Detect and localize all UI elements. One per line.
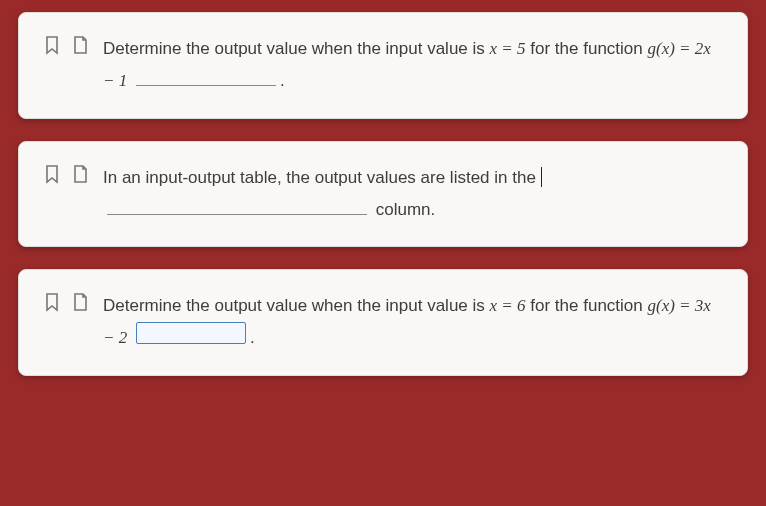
text-tail: . [280, 71, 285, 90]
math-expression: x = 6 [490, 296, 526, 315]
bookmark-icon[interactable] [43, 164, 61, 189]
bookmark-icon[interactable] [43, 35, 61, 60]
question-card: In an input-output table, the output val… [18, 141, 748, 248]
answer-blank[interactable] [136, 68, 276, 87]
question-card: Determine the output value when the inpu… [18, 12, 748, 119]
card-icons [43, 33, 89, 60]
text-part: Determine the output value when the inpu… [103, 296, 490, 315]
text-cursor [541, 167, 542, 187]
math-expression: x = 5 [490, 39, 526, 58]
answer-blank[interactable] [136, 322, 246, 343]
question-card: Determine the output value when the inpu… [18, 269, 748, 376]
note-icon[interactable] [71, 35, 89, 60]
text-part: for the function [526, 296, 648, 315]
text-tail: column. [371, 200, 435, 219]
text-part: In an input-output table, the output val… [103, 168, 541, 187]
question-text: In an input-output table, the output val… [103, 162, 723, 227]
answer-blank[interactable] [107, 196, 367, 215]
text-part: Determine the output value when the inpu… [103, 39, 490, 58]
text-part: for the function [526, 39, 648, 58]
question-text: Determine the output value when the inpu… [103, 290, 723, 355]
note-icon[interactable] [71, 292, 89, 317]
card-icons [43, 290, 89, 317]
question-text: Determine the output value when the inpu… [103, 33, 723, 98]
note-icon[interactable] [71, 164, 89, 189]
card-icons [43, 162, 89, 189]
bookmark-icon[interactable] [43, 292, 61, 317]
text-tail: . [250, 329, 255, 348]
